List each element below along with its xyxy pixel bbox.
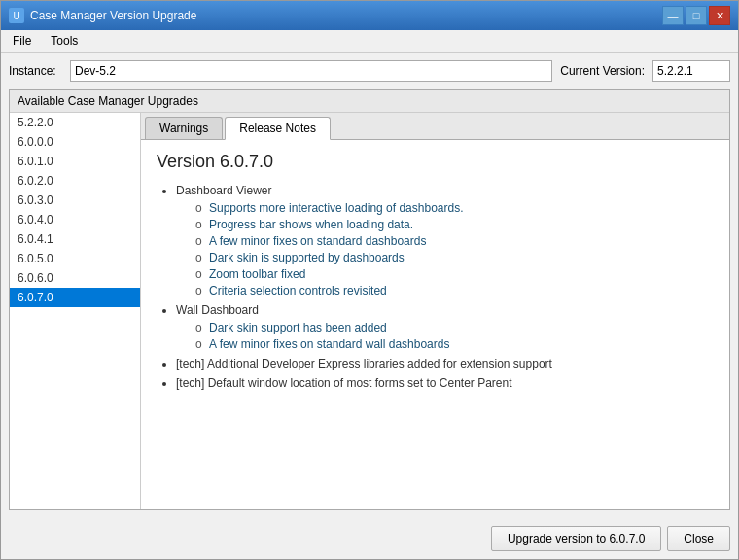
version-list-item[interactable]: 6.0.1.0: [10, 152, 140, 171]
instance-label: Instance:: [9, 64, 62, 78]
main-panel: Available Case Manager Upgrades 5.2.2.06…: [9, 89, 730, 510]
main-window: U Case Manager Version Upgrade — □ ✕ Fil…: [0, 0, 739, 560]
tab-content: No warnings. Version 6.0.7.0 Dashboard V…: [141, 140, 729, 509]
app-icon: U: [9, 8, 24, 23]
instance-row: Instance: Current Version:: [9, 60, 730, 82]
list-item: [tech] Default window location of most f…: [176, 376, 714, 390]
version-list-item[interactable]: 6.0.2.0: [10, 171, 140, 191]
minimize-button[interactable]: —: [662, 6, 684, 25]
list-item: A few minor fixes on standard dashboards: [195, 234, 714, 248]
version-list-item[interactable]: 6.0.4.0: [10, 210, 140, 229]
footer: Upgrade version to 6.0.7.0 Close: [1, 518, 738, 559]
list-item: A few minor fixes on standard wall dashb…: [195, 337, 714, 351]
title-bar-left: U Case Manager Version Upgrade: [9, 8, 196, 23]
upgrade-button[interactable]: Upgrade version to 6.0.7.0: [491, 526, 661, 551]
list-item: Dark skin is supported by dashboards: [195, 251, 714, 264]
instance-input[interactable]: [70, 60, 552, 82]
list-item: Dark skin support has been added: [195, 321, 714, 334]
list-item: Dashboard Viewer Supports more interacti…: [176, 184, 714, 298]
maximize-button[interactable]: □: [686, 6, 707, 25]
release-list: Dashboard Viewer Supports more interacti…: [157, 184, 714, 390]
close-button[interactable]: Close: [667, 526, 730, 551]
version-list-item[interactable]: 5.2.2.0: [10, 113, 140, 132]
version-list-item[interactable]: 6.0.5.0: [10, 249, 140, 268]
list-item: Supports more interactive loading of das…: [195, 201, 714, 215]
version-list-item[interactable]: 6.0.4.1: [10, 229, 140, 249]
list-item: Wall Dashboard Dark skin support has bee…: [176, 303, 714, 351]
current-version-input[interactable]: [652, 60, 730, 82]
version-list-item[interactable]: 6.0.6.0: [10, 268, 140, 288]
sub-list-wall-dashboard: Dark skin support has been addedA few mi…: [176, 321, 714, 351]
content-area: Instance: Current Version: Available Cas…: [1, 52, 738, 518]
version-list-item[interactable]: 6.0.7.0: [10, 288, 140, 307]
sub-list-dashboard-viewer: Supports more interactive loading of das…: [176, 201, 714, 298]
version-list-item[interactable]: 6.0.3.0: [10, 191, 140, 210]
tab-release-notes[interactable]: Release Notes: [225, 117, 331, 140]
panel-body: 5.2.2.06.0.0.06.0.1.06.0.2.06.0.3.06.0.4…: [10, 113, 729, 509]
list-item: [tech] Additional Developer Express libr…: [176, 357, 714, 370]
right-panel: Warnings Release Notes No warnings. Vers…: [141, 113, 729, 509]
tabs: Warnings Release Notes: [141, 113, 729, 140]
title-controls: — □ ✕: [662, 6, 730, 25]
window-title: Case Manager Version Upgrade: [30, 9, 196, 22]
menu-file[interactable]: File: [5, 32, 39, 50]
version-list[interactable]: 5.2.2.06.0.0.06.0.1.06.0.2.06.0.3.06.0.4…: [10, 113, 141, 509]
list-item: Zoom toolbar fixed: [195, 267, 714, 281]
release-version-title: Version 6.0.7.0: [157, 152, 714, 172]
current-version-label: Current Version:: [560, 64, 645, 78]
tab-warnings[interactable]: Warnings: [145, 117, 223, 139]
window-close-button[interactable]: ✕: [709, 6, 730, 25]
title-bar: U Case Manager Version Upgrade — □ ✕: [1, 1, 738, 30]
panel-header: Available Case Manager Upgrades: [10, 90, 729, 113]
list-item: Criteria selection controls revisited: [195, 284, 714, 298]
list-item: Progress bar shows when loading data.: [195, 218, 714, 231]
menu-bar: File Tools: [1, 30, 738, 52]
tab-pane-release-notes: Version 6.0.7.0 Dashboard Viewer Support…: [157, 152, 714, 390]
menu-tools[interactable]: Tools: [43, 32, 86, 50]
version-list-item[interactable]: 6.0.0.0: [10, 132, 140, 152]
